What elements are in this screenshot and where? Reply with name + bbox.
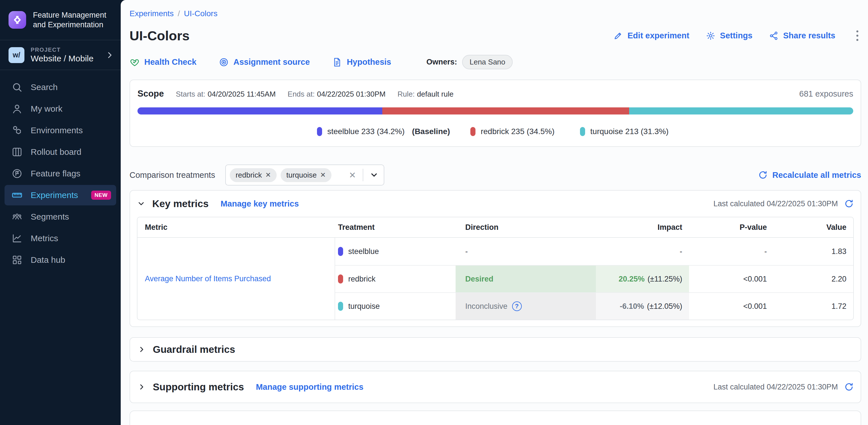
turquoise-swatch [580,127,585,136]
impact-cell: 20.25%(±11.25%) [596,265,689,292]
sidebar-item-feature-flags[interactable]: Feature flags [0,163,121,184]
impact-cell: - [596,238,689,265]
legend-item-redbrick: redbrick 235 (34.5%) [470,127,560,136]
breadcrumb: Experiments / UI-Colors [129,0,861,18]
chip-redbrick[interactable]: redbrick✕ [230,168,277,182]
key-metrics-last-calculated: Last calculated 04/22/2025 01:30PM [713,200,838,208]
treatment-cell-redbrick: redbrick [335,265,456,292]
app-logo-icon [8,11,26,29]
share-icon [769,31,778,41]
assignment-source-link[interactable]: Assignment source [219,57,310,67]
guardrail-metrics-card[interactable]: Guardrail metrics [129,337,861,362]
sidebar-item-my-work[interactable]: My work [0,98,121,120]
project-avatar: w/ [8,47,24,63]
metric-cell: Average Number of Items Purchased [137,238,335,320]
sidebar-item-search[interactable]: Search [0,77,121,98]
scope-ends: Ends at:04/22/2025 01:30PM [288,90,386,98]
sidebar-item-label: Data hub [31,255,65,265]
guardrail-metrics-title: Guardrail metrics [153,344,235,355]
sidebar-item-segments[interactable]: Segments [0,206,121,227]
sidebar-item-environments[interactable]: Environments [0,120,121,141]
project-name: Website / Mobile [31,54,99,63]
pencil-icon [613,31,623,41]
refresh-icon[interactable] [844,199,854,209]
help-icon[interactable]: ? [512,301,522,311]
board-icon [11,146,23,158]
impact-cell: -6.10%(±12.05%) [596,292,689,320]
comparison-treatments-label: Comparison treatments [129,171,215,180]
value-cell: 1.72 [774,292,853,320]
turquoise-swatch [338,302,343,311]
owners-label: Owners: [426,58,457,66]
document-icon [332,57,342,67]
bar-segment-steelblue [137,108,382,115]
manage-supporting-metrics-link[interactable]: Manage supporting metrics [256,383,364,392]
remove-chip-icon[interactable]: ✕ [320,171,326,179]
settings-button[interactable]: Settings [706,31,752,41]
scope-title: Scope [137,89,164,99]
scope-rule: Rule:default rule [397,90,453,98]
key-metrics-table: Metric Treatment Direction Impact P-valu… [137,217,854,320]
supporting-last-calculated: Last calculated 04/22/2025 01:30PM [713,383,838,392]
legend-item-steelblue: steelblue 233 (34.2%) (Baseline) [317,127,450,136]
clear-selection-icon[interactable]: ✕ [346,170,359,180]
comparison-treatments-select[interactable]: redbrick✕ turquoise✕ ✕ [225,164,384,185]
app-title: Feature Management and Experimentation [33,10,113,30]
collapse-section-icon[interactable] [137,200,146,208]
breadcrumb-current-link[interactable]: UI-Colors [184,9,217,18]
breadcrumb-experiments-link[interactable]: Experiments [129,9,174,18]
exposures-count: 681 exposures [799,89,853,98]
sidebar-item-metrics[interactable]: Metrics [0,227,121,249]
sidebar-nav: Search My work Environments Rollout boar… [0,70,121,271]
sidebar-item-label: Metrics [31,234,58,243]
next-section-card [129,411,861,425]
manage-key-metrics-link[interactable]: Manage key metrics [220,199,299,209]
metric-link[interactable]: Average Number of Items Purchased [145,274,271,283]
new-badge: NEW [91,191,111,200]
edit-experiment-button[interactable]: Edit experiment [613,31,689,41]
supporting-metrics-card[interactable]: Supporting metrics Manage supporting met… [129,371,861,403]
bar-segment-redbrick [382,108,629,115]
treatment-legend: steelblue 233 (34.2%) (Baseline) redbric… [137,127,853,136]
flag-icon [11,168,23,179]
sidebar-item-label: My work [31,104,62,114]
direction-cell: - [456,238,596,265]
refresh-icon[interactable] [844,382,854,392]
p-value-cell: - [689,238,774,265]
sidebar-item-label: Feature flags [31,169,81,178]
hypothesis-link[interactable]: Hypothesis [332,57,391,67]
direction-cell-inconclusive: Inconclusive ? [456,292,596,320]
redbrick-swatch [338,274,343,283]
sidebar-item-label: Experiments [31,190,78,200]
chevron-down-icon[interactable] [367,171,379,180]
health-check-link[interactable]: Health Check [129,57,196,67]
select-divider [363,169,363,181]
remove-chip-icon[interactable]: ✕ [265,171,271,179]
key-metrics-card: Key metrics Manage key metrics Last calc… [129,190,861,327]
chip-turquoise[interactable]: turquoise✕ [281,168,332,182]
search-icon [11,82,23,93]
sidebar-item-data-hub[interactable]: Data hub [0,249,121,271]
expand-section-icon[interactable] [137,383,146,391]
scope-card: Scope Starts at:04/20/2025 11:45AM Ends … [129,80,861,147]
sidebar-item-rollout-board[interactable]: Rollout board [0,141,121,163]
value-cell: 2.20 [774,265,853,292]
bullseye-icon [219,57,229,67]
col-header-metric: Metric [137,217,335,238]
owner-chip[interactable]: Lena Sano [462,55,513,69]
scope-starts: Starts at:04/20/2025 11:45AM [176,90,276,98]
sidebar-item-experiments[interactable]: Experiments NEW [4,185,116,205]
baseline-label: (Baseline) [412,127,450,136]
ruler-icon [11,189,23,201]
chevron-right-icon [105,51,114,59]
p-value-cell: <0.001 [689,292,774,320]
steelblue-swatch [338,247,343,256]
expand-section-icon[interactable] [137,345,146,354]
grid-icon [11,254,23,266]
recalculate-all-metrics-button[interactable]: Recalculate all metrics [758,170,861,180]
more-actions-button[interactable] [854,29,861,42]
page-title: UI-Colors [129,28,190,43]
supporting-metrics-title: Supporting metrics [153,381,244,393]
share-results-button[interactable]: Share results [769,31,835,41]
project-selector[interactable]: w/ PROJECT Website / Mobile [0,40,121,70]
